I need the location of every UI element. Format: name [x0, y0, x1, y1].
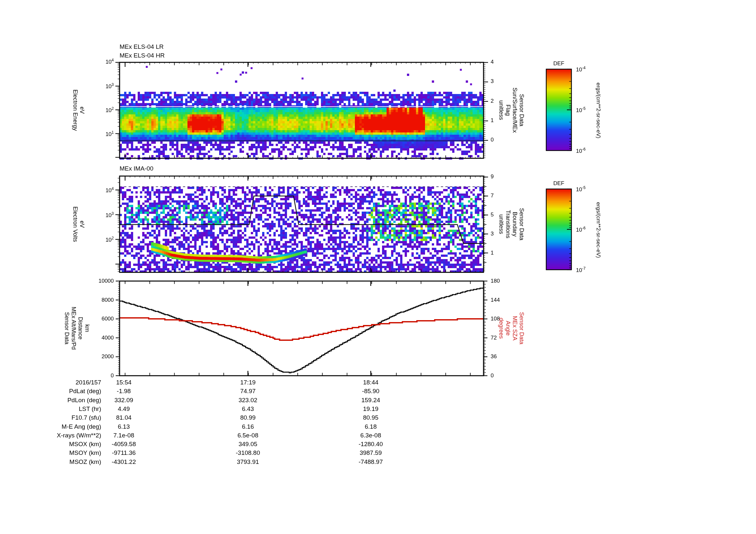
- ima-right-axis-label-line: Boundary: [511, 212, 518, 237]
- table-cell: -85.90: [332, 388, 410, 395]
- table-cell: 15:54: [85, 379, 163, 386]
- ima-right-axis-label: Sensor DataBoundaryTransitionsunitless: [498, 208, 525, 240]
- table-cell: 6.5e-08: [209, 432, 287, 439]
- alt-left-axis-label-line: MEx Alt/Mars/Pd: [70, 307, 77, 349]
- table-cell: 6.18: [332, 423, 410, 430]
- alt-ytick-label: 6000: [88, 316, 114, 322]
- alt-right-tick-label: 72: [491, 335, 497, 341]
- els-ytick-label: 103: [93, 82, 114, 90]
- table-cell: 74.97: [209, 388, 287, 395]
- ima-right-tick-label: 7: [491, 192, 494, 199]
- ima-colorbar-tick-label: 10-6: [576, 226, 586, 233]
- els-colorbar-tick-label: 10-5: [576, 106, 586, 114]
- alt-right-tick-label: 0: [491, 372, 494, 379]
- table-cell: 6.43: [209, 405, 287, 413]
- ima-right-axis-label-line: Transitions: [504, 210, 511, 238]
- table-cell: -4301.22: [85, 458, 163, 466]
- els-right-axis-label-line: Sun/Surface/MEx: [511, 88, 518, 133]
- ima-y-axis-label: Electron VoltseV: [72, 206, 85, 242]
- els-right-tick-label: 3: [491, 78, 494, 85]
- ima-ytick-label: 104: [93, 187, 114, 194]
- ima-y-axis-label-line: eV: [79, 221, 85, 228]
- ima-title: MEx IMA-00: [120, 165, 153, 172]
- table-cell: 18:44: [332, 379, 410, 386]
- els-ytick-label: 102: [93, 106, 114, 114]
- table-cell: 349.05: [209, 441, 287, 448]
- els-y-axis-label-line: Electron Energy: [72, 89, 79, 131]
- alt-left-axis-label-line: Sensor Data: [63, 312, 70, 344]
- els-right-tick-label: 4: [491, 59, 494, 65]
- alt-left-axis-label-line: km: [84, 324, 91, 332]
- table-cell: 7.1e-08: [85, 432, 163, 439]
- ima-right-tick-label: 3: [491, 231, 494, 237]
- table-cell: 6.13: [85, 423, 163, 430]
- els-right-axis-label: Sensor DataSun/Surface/MExFlagunitless: [498, 88, 525, 133]
- table-cell: -7488.97: [332, 458, 410, 466]
- ima-colorbar-tick-label: 10-7: [576, 266, 586, 274]
- ima-y-axis-label-line: Electron Volts: [72, 206, 79, 242]
- els-right-tick-label: 2: [491, 98, 494, 104]
- table-cell: 332.09: [85, 397, 163, 404]
- table-cell: -1280.40: [332, 441, 410, 448]
- table-cell: 6.16: [209, 423, 287, 430]
- table-cell: -9711.36: [85, 449, 163, 456]
- table-cell: 323.02: [209, 397, 287, 404]
- els-title-line2: MEx ELS-04 HR: [120, 52, 165, 59]
- els-y-axis-label-line: eV: [79, 107, 85, 114]
- table-cell: 80.95: [332, 414, 410, 421]
- els-colorbar-tick-label: 10-4: [576, 65, 586, 73]
- alt-right-axis-label-line: Sensor Data: [518, 312, 525, 344]
- table-cell: -1.98: [85, 388, 163, 395]
- alt-right-tick-label: 36: [491, 353, 497, 360]
- alt-left-axis-label: Sensor DataMEx Alt/Mars/PdDistancekm: [63, 307, 91, 349]
- table-cell: 17:19: [209, 379, 287, 386]
- ima-colorbar-title: DEF: [554, 180, 564, 187]
- els-colorbar-tick-label: 10-6: [576, 147, 586, 154]
- ima-right-tick-label: 5: [491, 212, 494, 218]
- alt-ytick-label: 4000: [88, 335, 114, 341]
- table-cell: 3987.59: [332, 449, 410, 456]
- ima-right-tick-label: 9: [491, 173, 494, 180]
- table-cell: -3108.80: [209, 449, 287, 456]
- els-right-tick-label: 0: [491, 137, 494, 143]
- alt-ytick-label: 2000: [88, 353, 114, 360]
- alt-right-tick-label: 144: [491, 297, 500, 303]
- alt-ytick-label: 10000: [88, 278, 114, 284]
- table-cell: 80.99: [209, 414, 287, 421]
- alt-right-axis-label-line: degrees: [498, 318, 504, 339]
- els-ytick-label: 104: [93, 58, 114, 65]
- ima-right-tick-label: 1: [491, 250, 494, 256]
- table-cell: 4.49: [85, 405, 163, 413]
- table-cell: 159.24: [332, 397, 410, 404]
- ima-colorbar-units-label: ergs/(cm**2-sr-sec-eV): [595, 202, 602, 258]
- table-cell: 81.04: [85, 414, 163, 421]
- table-cell: 19.19: [332, 405, 410, 413]
- ima-right-axis-label-line: unitless: [498, 214, 504, 234]
- els-y-axis-label: Electron EnergyeV: [72, 89, 85, 131]
- alt-right-axis-label: Sensor DataMEx SZAAngledegrees: [498, 312, 525, 344]
- alt-right-tick-label: 180: [491, 278, 500, 284]
- ima-colorbar-tick-label: 10-5: [576, 186, 586, 193]
- table-cell: -4059.58: [85, 441, 163, 448]
- table-cell: 3793.91: [209, 458, 287, 466]
- els-title-line1: MEx ELS-04 LR: [120, 43, 164, 50]
- plot-page: MEx ELS-04 LR MEx ELS-04 HR MEx IMA-00 D…: [0, 0, 756, 534]
- els-right-axis-label-line: unitless: [498, 100, 504, 120]
- alt-right-axis-label-line: MEx SZA: [511, 316, 518, 341]
- alt-right-axis-label-line: Angle: [504, 321, 511, 336]
- alt-ytick-label: 0: [88, 372, 114, 379]
- ima-right-axis-label-line: Sensor Data: [518, 208, 525, 240]
- els-ytick-label: 101: [93, 130, 114, 138]
- alt-ytick-label: 8000: [88, 297, 114, 303]
- els-colorbar-title: DEF: [554, 61, 564, 67]
- els-right-axis-label-line: Flag: [504, 104, 511, 116]
- alt-left-axis-label-line: Distance: [77, 317, 84, 340]
- ima-ytick-label: 102: [93, 236, 114, 243]
- els-colorbar-units-label: ergs/(cm**2-sr-sec-eV): [595, 83, 602, 139]
- els-right-axis-label-line: Sensor Data: [518, 94, 525, 126]
- els-right-tick-label: 1: [491, 117, 494, 124]
- ima-ytick-label: 103: [93, 211, 114, 219]
- table-cell: 6.3e-08: [332, 432, 410, 439]
